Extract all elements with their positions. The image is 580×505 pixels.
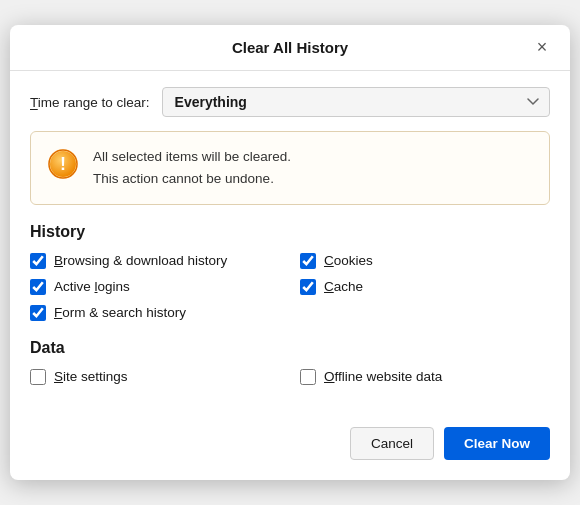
checkbox-offline-label: Offline website data <box>324 369 442 384</box>
checkbox-browsing-label: Browsing & download history <box>54 253 227 268</box>
checkbox-offline[interactable]: Offline website data <box>300 369 550 385</box>
checkbox-site-settings-input[interactable] <box>30 369 46 385</box>
time-range-label: Time range to clear: <box>30 95 150 110</box>
checkbox-offline-input[interactable] <box>300 369 316 385</box>
warning-line1: All selected items will be cleared. <box>93 146 291 168</box>
checkbox-browsing[interactable]: Browsing & download history <box>30 253 280 269</box>
checkbox-logins-input[interactable] <box>30 279 46 295</box>
checkbox-cookies-label: Cookies <box>324 253 373 268</box>
dialog-title: Clear All History <box>232 39 348 56</box>
checkbox-form-input[interactable] <box>30 305 46 321</box>
warning-icon: ! <box>47 148 79 180</box>
checkbox-form-label: Form & search history <box>54 305 186 320</box>
checkbox-cookies-input[interactable] <box>300 253 316 269</box>
warning-text: All selected items will be cleared. This… <box>93 146 291 189</box>
history-checkboxes: Browsing & download history Cookies Acti… <box>30 253 550 321</box>
cancel-button[interactable]: Cancel <box>350 427 434 460</box>
checkbox-logins-label: Active logins <box>54 279 130 294</box>
dialog-body: Time range to clear: Everything Last Hou… <box>10 71 570 422</box>
checkbox-logins[interactable]: Active logins <box>30 279 280 295</box>
time-range-select[interactable]: Everything Last Hour Last Two Hours Last… <box>162 87 550 117</box>
clear-history-dialog: Clear All History × Time range to clear:… <box>10 25 570 479</box>
clear-now-button[interactable]: Clear Now <box>444 427 550 460</box>
dialog-footer: Cancel Clear Now <box>10 427 570 480</box>
checkbox-cache[interactable]: Cache <box>300 279 550 295</box>
warning-box: ! All selected items will be cleared. Th… <box>30 131 550 204</box>
close-button[interactable]: × <box>528 34 556 62</box>
checkbox-browsing-input[interactable] <box>30 253 46 269</box>
data-checkboxes: Site settings Offline website data <box>30 369 550 385</box>
checkbox-site-settings[interactable]: Site settings <box>30 369 280 385</box>
checkbox-form[interactable]: Form & search history <box>30 305 280 321</box>
svg-text:!: ! <box>60 154 66 174</box>
data-section-title: Data <box>30 339 550 357</box>
checkbox-site-settings-label: Site settings <box>54 369 128 384</box>
time-range-row: Time range to clear: Everything Last Hou… <box>30 87 550 117</box>
warning-line2: This action cannot be undone. <box>93 168 291 190</box>
checkbox-cache-label: Cache <box>324 279 363 294</box>
history-section-title: History <box>30 223 550 241</box>
dialog-header: Clear All History × <box>10 25 570 71</box>
checkbox-cache-input[interactable] <box>300 279 316 295</box>
checkbox-cookies[interactable]: Cookies <box>300 253 550 269</box>
